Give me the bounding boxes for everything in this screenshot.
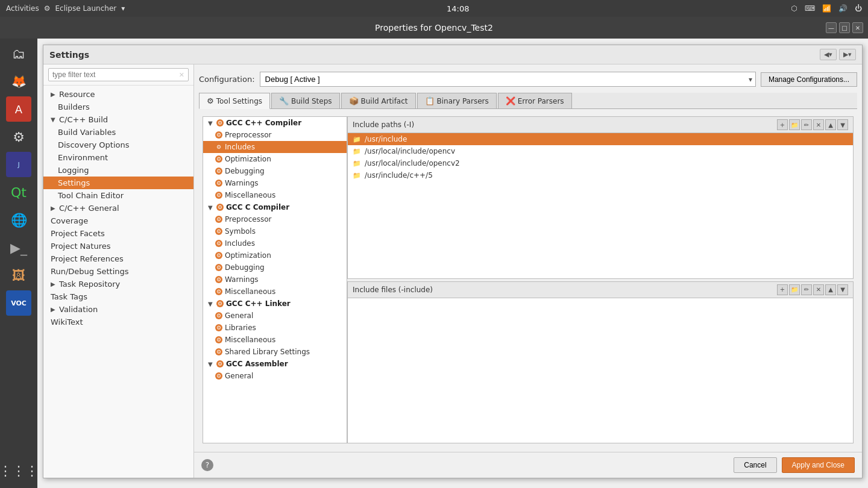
- ctree-label-symbols-c: Symbols: [225, 227, 256, 236]
- edit-file-button[interactable]: ✏: [801, 284, 812, 295]
- delete-file-button[interactable]: ✕: [813, 284, 824, 295]
- move-down-path-button[interactable]: ▼: [837, 119, 848, 130]
- ctree-preprocessor-c[interactable]: ⚙ Preprocessor: [203, 213, 347, 225]
- tab-binary-parsers[interactable]: 📋 Binary Parsers: [417, 93, 497, 108]
- clear-filter-icon[interactable]: ✕: [179, 71, 184, 79]
- include-path-row-opencv2[interactable]: 📁 /usr/local/include/opencv2: [348, 157, 853, 169]
- apply-close-button[interactable]: Apply and Close: [782, 457, 855, 473]
- sidebar-item-discovery[interactable]: Discovery Options: [43, 139, 193, 151]
- ctree-debugging-c[interactable]: ⚙ Debugging: [203, 261, 347, 274]
- edit-path-button[interactable]: ✏: [801, 119, 812, 130]
- impress-icon[interactable]: 🖼: [6, 263, 31, 288]
- add-file-button[interactable]: +: [777, 284, 788, 295]
- sidebar-item-coverage[interactable]: Coverage: [43, 214, 193, 227]
- sidebar-item-projectrefs[interactable]: Project References: [43, 252, 193, 265]
- filter-text-input[interactable]: [52, 70, 171, 79]
- move-up-file-button[interactable]: ▲: [825, 284, 836, 295]
- maximize-button[interactable]: □: [839, 22, 850, 33]
- ctree-misc-cpp[interactable]: ⚙ Miscellaneous: [203, 189, 347, 201]
- sidebar-item-validation[interactable]: ▶ Validation: [43, 303, 193, 316]
- sidebar-item-environment[interactable]: Environment: [43, 151, 193, 164]
- ctree-group-gcc-cpp[interactable]: ▼ ⚙ GCC C++ Compiler: [203, 117, 347, 129]
- terminal-icon[interactable]: ▶_: [6, 235, 31, 260]
- tab-build-artifact[interactable]: 📦 Build Artifact: [341, 93, 416, 108]
- ctree-optimization-cpp[interactable]: ⚙ Optimization: [203, 153, 347, 165]
- tab-build-steps[interactable]: 🔧 Build Steps: [271, 93, 340, 108]
- sidebar-item-toolchain[interactable]: Tool Chain Editor: [43, 189, 193, 202]
- sidebar-item-rundebug[interactable]: Run/Debug Settings: [43, 265, 193, 278]
- nav-back-button[interactable]: ◀▾: [820, 49, 837, 60]
- ctree-optimization-c[interactable]: ⚙ Optimization: [203, 249, 347, 261]
- sidebar-item-logging[interactable]: Logging: [43, 164, 193, 177]
- sidebar-item-tasktags[interactable]: Task Tags: [43, 290, 193, 303]
- ctree-sharedlib-linker[interactable]: ⚙ Shared Library Settings: [203, 346, 347, 358]
- delete-path-button[interactable]: ✕: [813, 119, 824, 130]
- ctree-misc-c[interactable]: ⚙ Miscellaneous: [203, 286, 347, 298]
- add-workspace-file-button[interactable]: 📁: [789, 284, 800, 295]
- apps-grid-icon[interactable]: ⋮⋮⋮: [6, 458, 31, 483]
- sidebar-item-builders[interactable]: Builders: [43, 101, 193, 113]
- chrome-icon[interactable]: 🌐: [6, 207, 31, 233]
- include-path-row-cpp5[interactable]: 📁 /usr/include/c++/5: [348, 169, 853, 181]
- filter-input-wrapper[interactable]: ✕: [48, 68, 189, 81]
- ctree-includes-cpp[interactable]: ⚙ Includes: [203, 141, 347, 153]
- include-path-row-usr[interactable]: 📁 /usr/include: [348, 133, 853, 145]
- symbols-c-icon: ⚙: [215, 228, 222, 235]
- ctree-label-sharedlib-linker: Shared Library Settings: [225, 348, 310, 356]
- config-select[interactable]: Debug [ Active ]: [260, 72, 756, 87]
- close-button[interactable]: ✕: [852, 22, 863, 33]
- nav-forward-button[interactable]: ▶▾: [839, 49, 856, 60]
- ctree-misc-linker[interactable]: ⚙ Miscellaneous: [203, 334, 347, 346]
- files-icon[interactable]: 🗂: [6, 41, 31, 66]
- sidebar-item-resource[interactable]: ▶ Resource: [43, 88, 193, 101]
- ctree-debugging-cpp[interactable]: ⚙ Debugging: [203, 165, 347, 177]
- ctree-symbols-c[interactable]: ⚙ Symbols: [203, 225, 347, 237]
- os-topbar: Activities ⚙ Eclipse Launcher ▾ 14:08 ⬡ …: [0, 0, 868, 17]
- ctree-warnings-c[interactable]: ⚙ Warnings: [203, 274, 347, 286]
- tab-error-parsers[interactable]: ❌ Error Parsers: [498, 93, 572, 108]
- ctree-includes-c[interactable]: ⚙ Includes: [203, 237, 347, 249]
- help-button[interactable]: ?: [201, 459, 213, 471]
- tab-tool-settings[interactable]: ⚙ Tool Settings: [199, 93, 270, 109]
- sidebar-item-cppcgeneral[interactable]: ▶ C/C++ General: [43, 202, 193, 214]
- move-up-path-button[interactable]: ▲: [825, 119, 836, 130]
- sidebar-item-projectnatures[interactable]: Project Natures: [43, 240, 193, 252]
- settings-icon[interactable]: ⚙: [6, 124, 31, 149]
- manage-configs-button[interactable]: Manage Configurations...: [761, 72, 857, 87]
- sidebar-label-tasktags: Task Tags: [51, 292, 87, 301]
- sidebar-item-taskrepo[interactable]: ▶ Task Repository: [43, 278, 193, 290]
- ctree-libraries-linker[interactable]: ⚙ Libraries: [203, 322, 347, 334]
- sidebar-item-cppcbuild[interactable]: ▼ C/C++ Build: [43, 113, 193, 126]
- sidebar-item-buildvars[interactable]: Build Variables: [43, 126, 193, 139]
- activities-label[interactable]: Activities: [6, 4, 39, 13]
- ctree-preprocessor-cpp[interactable]: ⚙ Preprocessor: [203, 129, 347, 141]
- move-down-file-button[interactable]: ▼: [837, 284, 848, 295]
- launcher-label[interactable]: Eclipse Launcher: [55, 4, 117, 13]
- ctree-general-assembler[interactable]: ⚙ General: [203, 370, 347, 382]
- expand-gcc-assembler-icon: ▼: [208, 361, 214, 368]
- tab-label-binary-parsers: Binary Parsers: [437, 97, 489, 105]
- add-path-button[interactable]: +: [777, 119, 788, 130]
- sidebar-item-projectfacets[interactable]: Project Facets: [43, 227, 193, 240]
- ctree-label-misc-cpp: Miscellaneous: [225, 191, 275, 199]
- config-select-wrapper: Debug [ Active ] ▾: [260, 72, 756, 87]
- minimize-button[interactable]: —: [826, 22, 837, 33]
- include-path-row-opencv[interactable]: 📁 /usr/local/include/opencv: [348, 145, 853, 157]
- appstore-icon[interactable]: A: [6, 96, 31, 122]
- ctree-general-linker[interactable]: ⚙ General: [203, 310, 347, 322]
- includes-c-icon: ⚙: [215, 240, 222, 247]
- qt-icon[interactable]: Qt: [6, 180, 31, 205]
- voc-icon[interactable]: VOC: [6, 290, 31, 316]
- add-workspace-path-button[interactable]: 📁: [789, 119, 800, 130]
- sidebar-item-settings[interactable]: Settings: [43, 177, 193, 189]
- cancel-button[interactable]: Cancel: [734, 457, 776, 473]
- ctree-group-gcc-cpp-linker[interactable]: ▼ ⚙ GCC C++ Linker: [203, 298, 347, 310]
- ctree-group-gcc-c[interactable]: ▼ ⚙ GCC C Compiler: [203, 201, 347, 213]
- include-paths-label: Include paths (-I): [353, 120, 414, 129]
- ctree-warnings-cpp[interactable]: ⚙ Warnings: [203, 177, 347, 189]
- sidebar-item-wikitext[interactable]: WikiText: [43, 316, 193, 328]
- java-icon[interactable]: J: [6, 152, 31, 177]
- expand-arrow-validation: ▶: [51, 306, 57, 313]
- firefox-icon[interactable]: 🦊: [6, 69, 31, 94]
- ctree-group-gcc-assembler[interactable]: ▼ ⚙ GCC Assembler: [203, 358, 347, 370]
